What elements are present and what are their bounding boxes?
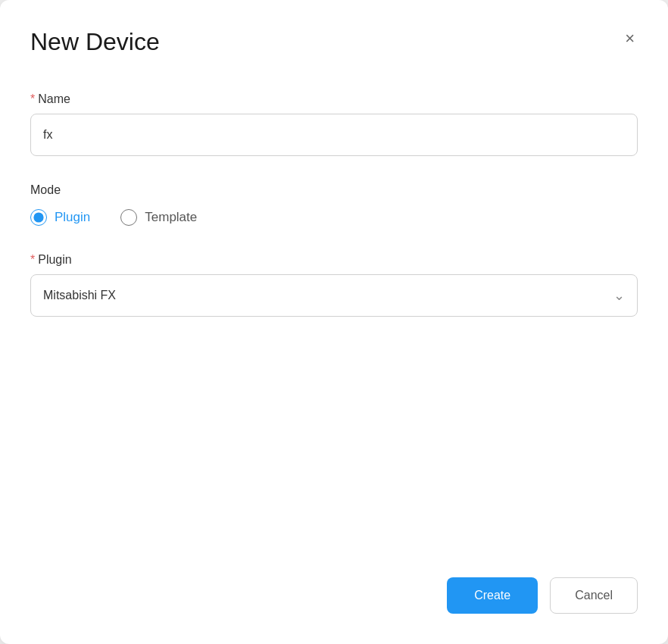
plugin-label: * Plugin — [30, 253, 638, 267]
radio-option-plugin[interactable]: Plugin — [30, 209, 90, 226]
plugin-label-text: Plugin — [38, 253, 71, 267]
name-required-star: * — [30, 92, 35, 106]
create-button[interactable]: Create — [447, 577, 538, 614]
name-input[interactable] — [30, 114, 638, 156]
plugin-select-wrapper: Mitsabishi FX ⌄ — [30, 274, 638, 317]
close-button[interactable]: × — [622, 27, 638, 50]
mode-radio-group: Plugin Template — [30, 209, 638, 226]
chevron-down-icon: ⌄ — [613, 287, 625, 304]
dialog-footer: Create Cancel — [447, 577, 638, 614]
name-label-text: Name — [38, 92, 70, 106]
plugin-selected-value: Mitsabishi FX — [43, 289, 116, 302]
dialog-header: New Device × — [30, 27, 638, 56]
radio-template-input[interactable] — [120, 209, 137, 226]
name-label: * Name — [30, 92, 638, 106]
radio-option-template[interactable]: Template — [120, 209, 197, 226]
name-section: * Name — [30, 92, 638, 156]
dialog-title: New Device — [30, 27, 160, 56]
mode-section: Mode Plugin Template — [30, 183, 638, 226]
plugin-required-star: * — [30, 253, 35, 267]
mode-label: Mode — [30, 183, 638, 197]
cancel-button[interactable]: Cancel — [550, 577, 638, 614]
new-device-dialog: New Device × * Name Mode Plugin Template… — [0, 0, 668, 644]
radio-plugin-input[interactable] — [30, 209, 47, 226]
radio-plugin-label: Plugin — [55, 210, 90, 225]
radio-template-label: Template — [145, 210, 197, 225]
plugin-section: * Plugin Mitsabishi FX ⌄ — [30, 253, 638, 317]
plugin-select[interactable]: Mitsabishi FX ⌄ — [30, 274, 638, 317]
